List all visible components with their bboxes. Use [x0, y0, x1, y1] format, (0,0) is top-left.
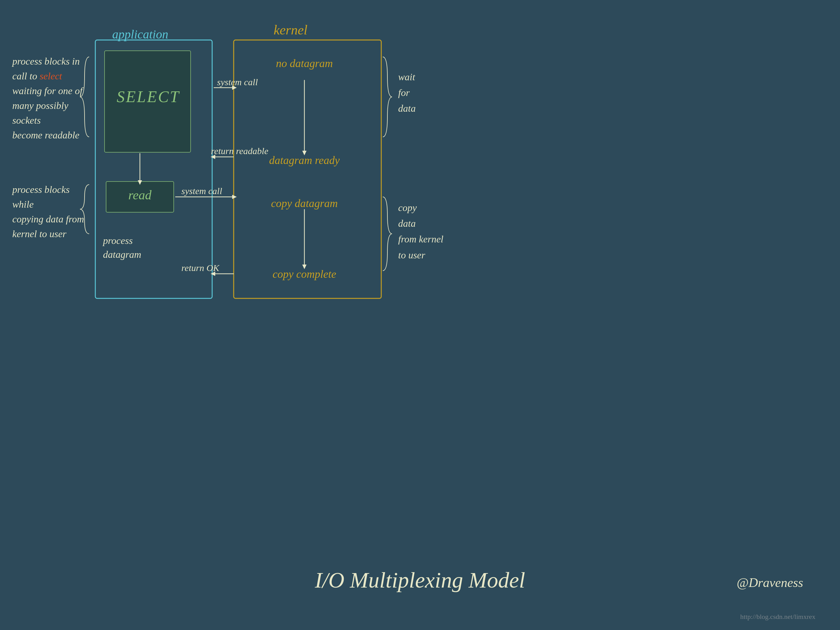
copy-complete-label: copy complete: [246, 268, 363, 280]
right-top-annotation: wait for data: [398, 69, 453, 117]
diagram-title: I/O Multiplexing Model: [315, 568, 525, 593]
copy-datagram-label: copy datagram: [246, 197, 363, 210]
no-datagram-label: no datagram: [246, 57, 363, 70]
left-bottom-annotation: process blocks while copying data from k…: [12, 182, 85, 241]
return-ok-label: return OK: [182, 263, 219, 273]
svg-marker-11: [232, 195, 237, 199]
kernel-label: kernel: [274, 22, 308, 38]
system-call-2-label: system call: [182, 186, 222, 196]
datagram-ready-label: datagram ready: [246, 154, 363, 167]
system-call-1-label: system call: [217, 77, 257, 87]
right-bottom-annotation: copy data from kernel to user: [398, 200, 459, 263]
read-label: read: [107, 188, 172, 203]
svg-marker-9: [138, 180, 142, 185]
attribution: @Draveness: [737, 575, 803, 590]
process-datagram-label: process datagram: [103, 234, 141, 261]
select-label: SELECT: [106, 88, 191, 106]
select-highlight: select: [39, 70, 62, 82]
watermark: http://blog.csdn.net/limxrex: [741, 613, 815, 621]
left-top-annotation: process blocks in call to select waiting…: [12, 54, 85, 142]
application-label: application: [112, 27, 168, 41]
